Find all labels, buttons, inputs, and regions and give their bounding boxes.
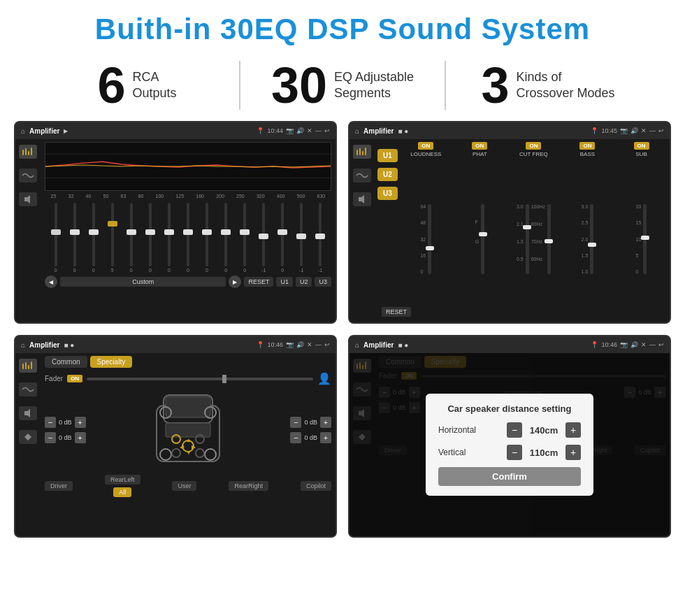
on-badge-loudness[interactable]: ON <box>418 142 433 150</box>
home-icon-1[interactable]: ⌂ <box>21 127 25 135</box>
crossover-cols: ON LOUDNESS 644832160 ON PHAT <box>401 142 667 320</box>
u1-btn-1[interactable]: U1 <box>276 277 293 287</box>
side-speaker-icon-2[interactable] <box>353 192 371 206</box>
u2-btn-1[interactable]: U2 <box>296 277 312 287</box>
db-plus-fr[interactable]: + <box>320 417 331 428</box>
slider-sub[interactable] <box>643 204 647 274</box>
eq-slider-1[interactable]: 0 <box>66 203 82 273</box>
vertical-minus[interactable]: − <box>507 445 522 460</box>
side-eq-icon-2[interactable] <box>353 145 371 159</box>
topbar-1: ⌂ Amplifier ▶ 📍 10:44 📷 🔊 ✕ — ↩ <box>15 122 336 139</box>
svg-rect-11 <box>365 148 366 155</box>
dialog-row-horizontal: Horizontal − 140cm + <box>438 422 581 438</box>
eq-slider-12[interactable]: 0 <box>275 203 291 273</box>
home-icon-2[interactable]: ⌂ <box>355 127 359 135</box>
play-icon-1[interactable]: ▶ <box>64 128 68 134</box>
min-icon-4[interactable]: — <box>649 341 656 348</box>
slider-freq2[interactable] <box>547 204 551 274</box>
fader-on-badge[interactable]: ON <box>67 375 82 382</box>
slider-loudness[interactable] <box>428 204 431 274</box>
vol-icon-1[interactable]: 🔊 <box>296 127 304 134</box>
close-icon-3[interactable]: ✕ <box>307 341 312 348</box>
db-plus-fl[interactable]: + <box>75 417 86 428</box>
eq-slider-8[interactable]: 0 <box>199 203 215 273</box>
db-minus-rl[interactable]: − <box>45 432 56 443</box>
vol-icon-3[interactable]: 🔊 <box>296 341 304 348</box>
u3-preset[interactable]: U3 <box>377 187 398 200</box>
rearleft-btn[interactable]: RearLeft <box>105 475 140 485</box>
time-1: 10:44 <box>267 127 283 134</box>
home-icon-4[interactable]: ⌂ <box>355 341 359 349</box>
db-plus-rl[interactable]: + <box>75 432 86 443</box>
vol-icon-4[interactable]: 🔊 <box>630 341 638 348</box>
tab-specialty-3[interactable]: Specialty <box>90 356 133 368</box>
close-icon-2[interactable]: ✕ <box>641 127 647 134</box>
slider-phat[interactable] <box>481 204 484 274</box>
stat-eq-number: 30 <box>271 60 327 110</box>
side-wave-icon[interactable] <box>19 169 37 182</box>
eq-slider-3[interactable]: 5 <box>104 203 120 273</box>
vol-icon-2[interactable]: 🔊 <box>630 127 638 134</box>
db-minus-fl[interactable]: − <box>45 417 56 428</box>
user-btn[interactable]: User <box>172 481 196 491</box>
fader-slider[interactable] <box>87 378 313 380</box>
min-icon-2[interactable]: — <box>649 127 656 134</box>
side-speaker-icon[interactable] <box>19 192 37 206</box>
on-badge-sub[interactable]: ON <box>634 142 649 150</box>
eq-slider-14[interactable]: -1 <box>312 203 329 273</box>
side-eq-icon-3[interactable] <box>19 359 37 373</box>
eq-slider-10[interactable]: 0 <box>237 203 253 273</box>
db-plus-rr[interactable]: + <box>320 432 331 443</box>
tab-common-3[interactable]: Common <box>45 356 87 368</box>
back-icon-3[interactable]: ↩ <box>324 341 330 348</box>
eq-slider-0[interactable]: 0 <box>48 203 64 273</box>
side-speaker-icon-3[interactable] <box>19 406 37 420</box>
min-icon-3[interactable]: — <box>315 341 322 348</box>
back-icon-4[interactable]: ↩ <box>658 341 664 348</box>
u2-preset[interactable]: U2 <box>377 168 398 181</box>
on-badge-bass[interactable]: ON <box>579 142 595 150</box>
copilot-btn[interactable]: Copilot <box>301 481 331 491</box>
min-icon-1[interactable]: — <box>315 127 322 134</box>
eq-graph <box>45 142 331 191</box>
next-btn[interactable]: ▶ <box>229 275 241 288</box>
side-wave-icon-2[interactable] <box>353 169 371 182</box>
eq-slider-13[interactable]: -1 <box>294 203 310 273</box>
reset-btn-1[interactable]: RESET <box>244 277 273 287</box>
eq-slider-5[interactable]: 0 <box>142 203 158 273</box>
u3-btn-1[interactable]: U3 <box>315 277 331 287</box>
svg-rect-3 <box>31 148 32 155</box>
vertical-plus[interactable]: + <box>565 445 581 460</box>
svg-marker-18 <box>24 434 31 437</box>
all-btn[interactable]: All <box>113 487 131 497</box>
slider-bass[interactable] <box>590 204 593 274</box>
on-badge-cutfreq[interactable]: ON <box>526 142 541 150</box>
side-wave-icon-3[interactable] <box>19 382 37 396</box>
back-icon-2[interactable]: ↩ <box>658 127 664 134</box>
side-expand-icon[interactable] <box>19 430 37 444</box>
confirm-button[interactable]: Confirm <box>438 467 581 486</box>
u1-preset[interactable]: U1 <box>377 149 398 162</box>
eq-slider-6[interactable]: 0 <box>161 203 177 273</box>
stat-rca: 6 RCAOutputs <box>42 60 232 110</box>
on-badge-phat[interactable]: ON <box>472 142 487 150</box>
eq-slider-4[interactable]: 0 <box>123 203 139 273</box>
driver-btn[interactable]: Driver <box>45 481 73 491</box>
rearright-btn[interactable]: RearRight <box>229 481 268 491</box>
prev-btn[interactable]: ◀ <box>45 275 57 288</box>
eq-slider-11[interactable]: -1 <box>256 203 272 273</box>
eq-slider-7[interactable]: 0 <box>180 203 196 273</box>
eq-slider-9[interactable]: 0 <box>218 203 234 273</box>
side-eq-icon[interactable] <box>19 145 37 159</box>
close-icon-4[interactable]: ✕ <box>641 341 647 348</box>
db-minus-rr[interactable]: − <box>290 432 301 443</box>
slider-freq1[interactable] <box>526 204 529 274</box>
home-icon-3[interactable]: ⌂ <box>21 341 25 349</box>
horizontal-plus[interactable]: + <box>565 422 581 438</box>
eq-slider-2[interactable]: 0 <box>85 203 101 273</box>
db-minus-fr[interactable]: − <box>290 417 301 428</box>
back-icon-1[interactable]: ↩ <box>324 127 330 134</box>
close-icon-1[interactable]: ✕ <box>307 127 312 134</box>
horizontal-minus[interactable]: − <box>507 422 522 438</box>
reset-btn-2[interactable]: RESET <box>382 307 411 317</box>
